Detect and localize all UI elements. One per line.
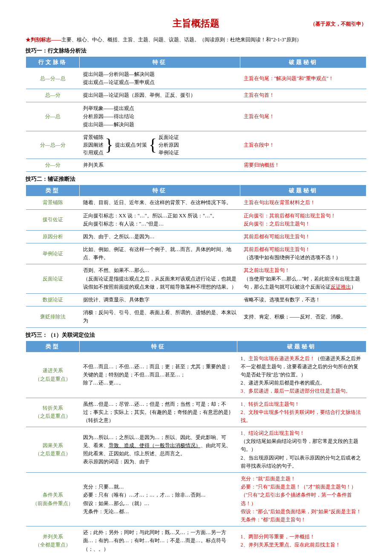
table-row: 递进关系 （之后是重点） 不但…而且…；不但…还…；而且；更；甚至；尤其；重要的… [26,352,366,398]
table-header-row: 类型 特征 破题秘钥 [26,341,366,352]
t2r5-keyD: ） [351,284,356,290]
t3r5-feat: 还；此外；另外；同时；与此同时；既…又…；一方面…另一方面…；有的…有的…；有时… [80,526,237,555]
t2r2-type: 援引佐证 [26,209,80,230]
t3r2-key: 1、转折之后出现主题句！ 2、文段中出现多个转折关联词时，要结合行文脉络法找。 [237,398,366,427]
t1r5-key: 需要归纳概括！ [240,159,366,172]
table-row: 转折关系 （之后是重点） 虽然…但是…；尽管…还…；但是；然而；当然；可是；却；… [26,398,366,427]
table-row: 总—分—总 提出问题—分析问题—解决问题 提出观点—论证观点—重申观点 主旨在句… [26,68,366,89]
t1r3-feat: 列举现象——提出观点 分析原因——得出结论 提出问题——解决问题 [80,102,240,131]
table-row: 分—分 并列关系 需要归纳概括！ [26,159,366,172]
t1r4-feat: 背景铺陈 原因阐述 引用观点 } 提出观点/对策 { 反面论证 分析原因 举例论… [80,131,240,159]
t1r5-feat: 并列关系 [80,159,240,172]
t1r4-r2: 分析原因 [159,141,179,149]
table-row: 数据论证 据统计、调查显示、具体数字 省略不读。选项里有数字，不选！ [26,294,366,306]
t2r2-feat: 正向援引标志：XX 说："…"。所以…正如 XX 所说："…"。 反向援引标志：… [80,209,240,230]
brace-icon: } [105,136,113,153]
t1r4-mid: 提出观点/对策 [115,141,147,149]
t2r5-feat: 否则、不然、如果不…那么… （反面论证是指提出观点之后，从反面来对该观点进行论证… [80,264,240,294]
t3r4-type: 条件关系 （前面条件重点） [26,473,80,526]
t2r7-type: 褒贬排除法 [26,306,80,327]
t3r1-feat: 不但…而且…；不但…还…；而且；更；甚至；尤其；重要的是；关键的是；特别的是；不… [80,352,237,398]
t2r3-key: 其前后都有可能出现主旨句！ [240,230,366,243]
t1r5-type: 分—分 [26,159,80,172]
table-2: 类型 特征 破题秘钥 背景铺陈 随着、目前、近日、近年来、在这样的背景下、在这种… [26,185,366,327]
t1r4-r3: 举例论证 [159,149,179,156]
table-1: 行文脉络 特征 破题秘钥 总—分—总 提出问题—分析问题—解决问题 提出观点—论… [26,56,366,172]
section3-title: 技巧三：（1）关联词定位法 [26,331,366,339]
title-row: 主旨概括题 （基于原文，不能引申） [26,17,366,30]
t2r4-feat: 比如、例如、例证、有这样一个例子、就…而言。具体的时间、地点、事件。 [80,243,240,264]
t2r1-type: 背景铺陈 [26,197,80,209]
table-row: 总—分 提出问题—论证问题（原因、举例、正反、援引） 主旨在句首！ [26,89,366,102]
col-key: 破题秘钥 [240,185,366,197]
marker-prefix: ★判别标志—— [26,37,61,43]
t2r5-key: 其之前出现主旨句！ （当使用"如果不…那么…"时，若此前没有出现主题句，那么主题… [240,264,366,294]
t2r1-key: 主旨在句出现在背景材料之后！ [240,197,366,209]
t1r1-key: 主旨在句尾："解决问题"和"重申观点"！ [240,68,366,89]
t2r5-keyA: 其之前出现主旨句！ [244,267,290,273]
t3r4-feat: 充分：只要…就… 必要：只有（唯有）…才…；…，才…；除非…否则… 假设：如果…… [80,473,237,526]
t1r4-r1: 反面论证 [159,133,179,141]
t2r6-feat: 据统计、调查显示、具体数字 [80,294,240,306]
t2r7-key: 支持、肯定、积极；——反对、否定、消极。 [240,306,366,327]
table-row: 条件关系 （前面条件重点） 充分：只要…就… 必要：只有（唯有）…才…；…，才…… [26,473,366,526]
col-feat: 特征 [80,341,237,352]
t2r2-keyB: 反向援引：之后出现主题句！ [244,221,310,227]
col-feat: 特征 [80,57,240,68]
t3r1-key: 1、主旨句出现在递进关系之后！（但递进关系之后并不一定都是主题句，这要看递进之后… [237,352,366,398]
t3r1-type: 递进关系 （之后是重点） [26,352,80,398]
table-row: 背景铺陈 随着、目前、近日、近年来、在这样的背景下、在这种情况下等。 主旨在句出… [26,197,366,209]
table-row: 原因分析 因为、由于、之所以…是因为… 其前后都有可能出现主旨句！ [26,230,366,243]
table-header-row: 类型 特征 破题秘钥 [26,185,366,197]
t1r4-l3: 引用观点 [83,149,104,156]
t2r6-key: 省略不读。选项里有数字，不选！ [240,294,366,306]
table-row: 援引佐证 正向援引标志：XX 说："…"。所以…正如 XX 所说："…"。 反向… [26,209,366,230]
t1r4-l2: 原因阐述 [83,141,104,149]
col-feat: 特征 [80,185,240,197]
section2-title: 技巧二：辅证推断法 [26,175,366,183]
table-row: 举例论证 比如、例如、例证、有这样一个例子、就…而言。具体的时间、地点、事件。 … [26,243,366,264]
t2r4-keyB: （选项中如有围绕例子论述的选项不选！） [244,254,341,260]
t1r4-key: 主旨在段中！ [240,131,366,159]
col-flow: 行文脉络 [26,57,80,68]
t2r1-feat: 随着、目前、近日、近年来、在这样的背景下、在这种情况下等。 [80,197,240,209]
t1r4-type: 分—总—分 [26,131,80,159]
t1r2-key: 主旨在句首！ [240,89,366,102]
section1-title: 技巧一：行文脉络分析法 [26,47,366,55]
t2r3-type: 原因分析 [26,230,80,243]
t3r3-feat: 因为…所以…；之所以…是因为…；所以、因此、受此影响、可见、看来、导致、造成、使… [80,427,237,473]
table-row: 分—总 列举现象——提出观点 分析原因——得出结论 提出问题——解决问题 主旨在… [26,102,366,131]
t1r3-key: 主旨在句尾！ [240,102,366,131]
t1r3-type: 分—总 [26,102,80,131]
t2r2-keyA: 正向援引：其前后都有可能出现主旨句！ [244,213,336,219]
col-type: 类型 [26,185,80,197]
t1r2-type: 总—分 [26,89,80,102]
t3r2-feat: 虽然…但是…；尽管…还…；但是；然而；当然；可是；却；不过；事实上；实际上；其实… [80,398,237,427]
table-header-row: 行文脉络 特征 破题秘钥 [26,57,366,68]
t2r4-keyA: 其前后都有可能出现主旨句！ [244,246,310,252]
t1r1-feat: 提出问题—分析问题—解决问题 提出观点—论证观点—重申观点 [80,68,240,89]
marker-line: ★判别标志——主要、核心、中心、概括、主旨、主题、问题、议题、话题。（阅读原则：… [26,36,366,43]
t3r5-key: 1、两部分同等重要，一并概括！ 2、并列关系里无重点。应在此前后找主旨！ [237,526,366,555]
t3r4-key: 充分："就"后面是主题！ 必要："只有"后面是主题！（"才"前面是主题句！）（"… [237,473,366,526]
t1r4-l1: 背景铺陈 [83,133,104,141]
table-row: 分—总—分 背景铺陈 原因阐述 引用观点 } 提出观点/对策 { 反面论证 分析… [26,131,366,159]
t3r3-type: 因果关系 （之后是重点） [26,427,80,473]
col-key: 破题秘钥 [237,341,366,352]
t2r2-key: 正向援引：其前后都有可能出现主旨句！ 反向援引：之后出现主题句！ [240,209,366,230]
t3r2-type: 转折关系 （之后是重点） [26,398,80,427]
col-key: 破题秘钥 [240,57,366,68]
table-row: 褒贬排除法 消极：反问号、引号、但是、表面上看、所谓的、遗憾的是、本来以为 支持… [26,306,366,327]
table-row: 并列关系 （全都是重点） 还；此外；另外；同时；与此同时；既…又…；一方面…另一… [26,526,366,555]
title-note: （基于原文，不能引申） [310,20,366,28]
table-3: 类型 特征 破题秘钥 递进关系 （之后是重点） 不但…而且…；不但…还…；而且；… [26,341,366,555]
table-row: 因果关系 （之后是重点） 因为…所以…；之所以…是因为…；所以、因此、受此影响、… [26,427,366,473]
t3r3-key: 1、结论词之后出现主旨句！ （文段结尾如果由结论词引导，那它常是文段的主题句。）… [237,427,366,473]
brace-icon: { [149,136,157,153]
t2r5-type: 反面论证 [26,264,80,294]
t2r4-key: 其前后都有可能出现主旨句！ （选项中如有围绕例子论述的选项不选！） [240,243,366,264]
marker-body: 主要、核心、中心、概括、主旨、主题、问题、议题、话题。（阅读原则：杜绝来回阅读！… [61,37,302,43]
t2r6-type: 数据论证 [26,294,80,306]
table-row: 反面论证 否则、不然、如果不…那么… （反面论证是指提出观点之后，从反面来对该观… [26,264,366,294]
t3r5-type: 并列关系 （全都是重点） [26,526,80,555]
